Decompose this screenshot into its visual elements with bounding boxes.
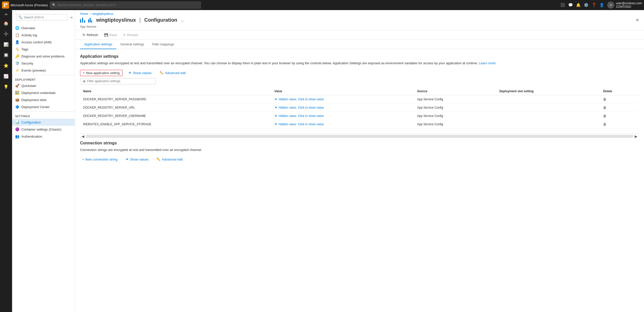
show-values-button[interactable]: 👁 Show values <box>126 70 154 76</box>
conn-advanced-edit-button[interactable]: ✏️ Advanced edit <box>155 156 185 163</box>
col-source: Source <box>414 87 496 95</box>
delete-button[interactable]: 🗑 <box>603 97 606 101</box>
connection-action-bar: + New connection string 👁 Show values ✏️… <box>80 156 639 163</box>
table-row: DOCKER_REGISTRY_SERVER_PASSWORD 👁 Hidden… <box>80 95 639 103</box>
sidebar-item-configuration[interactable]: 📊 Configuration <box>12 119 75 126</box>
conn-show-values-button[interactable]: 👁 Show values <box>124 156 151 163</box>
search-bar[interactable]: 🔍 <box>50 2 201 9</box>
dashboard-icon[interactable]: 📊 <box>1 39 11 49</box>
breadcrumb-home[interactable]: Home <box>80 12 88 16</box>
configuration-icon: 📊 <box>15 120 19 124</box>
close-button[interactable]: ✕ <box>636 18 639 22</box>
cloud-shell-icon[interactable]: ⬛ <box>560 3 565 7</box>
refresh-icon: ↻ <box>83 33 85 37</box>
tab-general-settings[interactable]: General settings <box>116 40 148 49</box>
sidebar-collapse-icon[interactable]: « <box>70 15 73 20</box>
sidebar-item-label: Overview <box>21 26 35 30</box>
hidden-value-link[interactable]: 👁 Hidden value. Click to show value <box>274 114 411 118</box>
sidebar-item-quickstart[interactable]: 🚀 Quickstart <box>12 82 75 89</box>
scroll-left-icon[interactable]: ◀ <box>80 134 86 139</box>
filter-bar[interactable]: ⊘ <box>80 78 156 84</box>
col-value: Value <box>271 87 414 95</box>
user-menu[interactable]: U user@contoso.com CONTOSO <box>607 2 642 9</box>
save-button[interactable]: 💾 Save <box>102 32 120 38</box>
container-settings-icon: 🟣 <box>15 127 19 131</box>
content-area: Application settings Application setting… <box>75 49 644 312</box>
hidden-value-link[interactable]: 👁 Hidden value. Click to show value <box>274 106 411 109</box>
feedback-icon[interactable]: 💬 <box>568 3 573 7</box>
breadcrumb-resource[interactable]: wingtiptoyslinux <box>92 12 113 16</box>
overview-icon: 🌐 <box>15 26 19 30</box>
sidebar-item-diagnose[interactable]: 🔑 Diagnose and solve problems <box>12 53 75 60</box>
favorites-icon[interactable]: ⭐ <box>1 60 11 71</box>
support-icon[interactable]: 💡 <box>1 82 11 92</box>
connection-strings-title: Connection strings <box>80 141 639 145</box>
home-icon[interactable]: 🏠 <box>1 18 11 28</box>
sidebar-item-deployment-credentials[interactable]: 🖼️ Deployment credentials <box>12 89 75 96</box>
new-setting-label: New application setting <box>86 71 120 75</box>
conn-advanced-edit-label: Advanced edit <box>162 158 183 161</box>
sidebar-item-activity-log[interactable]: 📋 Activity log <box>12 32 75 39</box>
discard-button[interactable]: ✕ Discard <box>120 32 140 38</box>
setting-name: DOCKER_REGISTRY_SERVER_URL <box>80 103 271 112</box>
conn-show-values-label: Show values <box>130 158 149 161</box>
app-settings-table: Name Value Source Deployment slot settin… <box>80 87 639 129</box>
expand-icon[interactable]: ≫ <box>3 11 9 18</box>
setting-slot <box>496 112 600 120</box>
tab-application-settings[interactable]: Application settings <box>80 40 116 49</box>
security-icon: 🛡️ <box>15 61 19 65</box>
sidebar-item-tags[interactable]: 🏷️ Tags <box>12 46 75 53</box>
show-values-label: Show values <box>133 71 152 75</box>
delete-button[interactable]: 🗑 <box>603 106 606 110</box>
sidebar-item-security[interactable]: 🛡️ Security <box>12 60 75 67</box>
icon-rail: ≫ 🏠 ➕ 📊 🔲 ⭐ 📈 💡 <box>0 10 12 312</box>
filter-input[interactable] <box>87 79 153 83</box>
scroll-right-icon[interactable]: ▶ <box>633 134 639 139</box>
refresh-button[interactable]: ↻ Refresh <box>80 32 101 38</box>
app-icon-bars <box>88 18 92 22</box>
sidebar-item-container-settings[interactable]: 🟣 Container settings (Classic) <box>12 126 75 133</box>
sidebar-item-authentication[interactable]: 👥 Authentication <box>12 133 75 140</box>
sidebar-search[interactable]: 🔍 <box>16 14 67 20</box>
advanced-edit-label: Advanced edit <box>165 71 186 75</box>
discard-label: Discard <box>127 33 138 37</box>
search-icon: 🔍 <box>52 3 56 7</box>
col-delete: Delete <box>600 87 639 95</box>
sidebar-item-events[interactable]: ⚡ Events (preview) <box>12 67 75 74</box>
sidebar-item-deployment-center[interactable]: 🔷 Deployment Center <box>12 103 75 110</box>
learn-more-link[interactable]: Learn more <box>479 61 495 65</box>
sidebar-item-overview[interactable]: 🌐 Overview <box>12 24 75 32</box>
notifications-icon[interactable]: 🔔 <box>576 3 581 7</box>
app-settings-section: Application settings Application setting… <box>80 54 639 139</box>
advanced-edit-button[interactable]: ✏️ Advanced edit <box>158 70 188 76</box>
plus-icon: + <box>82 158 84 161</box>
deployment-center-icon: 🔷 <box>15 105 19 109</box>
plus-icon: + <box>83 71 85 75</box>
delete-button[interactable]: 🗑 <box>603 122 606 126</box>
profile-icon[interactable]: 👤 <box>599 3 604 7</box>
sidebar-item-deployment-slots[interactable]: 📦 Deployment slots <box>12 96 75 103</box>
delete-button[interactable]: 🗑 <box>603 114 606 118</box>
horizontal-scrollbar[interactable]: ◀ ▶ <box>80 134 639 139</box>
create-icon[interactable]: ➕ <box>1 29 11 39</box>
tab-path-mappings[interactable]: Path mappings <box>148 40 178 49</box>
help-icon[interactable]: ❓ <box>592 3 596 7</box>
scroll-track[interactable] <box>86 135 633 138</box>
sidebar-item-access-control[interactable]: 👤 Access control (IAM) <box>12 39 75 46</box>
col-slot: Deployment slot setting <box>496 87 600 95</box>
settings-icon[interactable]: ⚙️ <box>584 3 589 7</box>
hidden-value-link[interactable]: 👁 Hidden value. Click to show value <box>274 98 411 101</box>
sidebar-search-input[interactable] <box>24 16 65 19</box>
hidden-value-link[interactable]: 👁 Hidden value. Click to show value <box>274 122 411 126</box>
more-options-icon[interactable]: ... <box>181 17 185 23</box>
deployment-credentials-icon: 🖼️ <box>15 91 19 95</box>
search-input[interactable] <box>57 3 199 7</box>
diagnose-icon: 🔑 <box>15 54 19 58</box>
new-app-setting-button[interactable]: + New application setting <box>80 70 122 76</box>
resources-icon[interactable]: 🔲 <box>1 50 11 60</box>
new-connection-string-button[interactable]: + New connection string <box>80 156 120 163</box>
sidebar-item-label: Security <box>21 61 33 65</box>
monitor-icon[interactable]: 📈 <box>1 71 11 81</box>
sidebar-divider-settings <box>12 111 75 112</box>
sidebar-item-label: Events (preview) <box>21 69 46 72</box>
